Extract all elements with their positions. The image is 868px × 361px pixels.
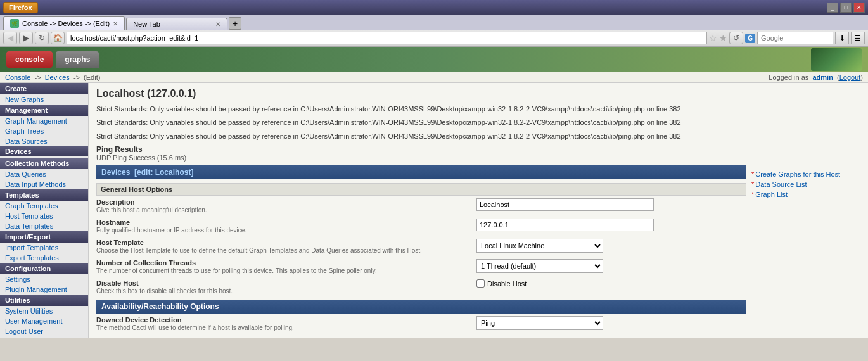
create-header: Create [0, 83, 88, 94]
downed-detection-select[interactable]: Ping SNMP Ping or SNMP [476, 316, 603, 330]
disable-host-hint: Check this box to disable all checks for… [96, 288, 233, 294]
disable-host-row: Disable Host Check this box to disable a… [96, 279, 746, 294]
devices-section-bar: Devices [edit: Localhost] [96, 165, 746, 179]
breadcrumb: Console -> Devices -> (Edit) [5, 73, 100, 81]
logged-in-info: Logged in as admin (Logout) [769, 73, 863, 81]
management-header: Management [0, 104, 88, 116]
sidebar-item-data-input-methods[interactable]: Data Input Methods [0, 179, 88, 189]
sidebar-item-graph-management[interactable]: Graph Management [0, 116, 88, 126]
bookmark-icon[interactable]: ☆ [709, 33, 717, 43]
refresh-icon[interactable]: ↺ [729, 32, 743, 44]
sidebar-item-import-templates[interactable]: Import Templates [0, 243, 88, 253]
firefox-button[interactable]: Firefox [3, 2, 38, 13]
maximize-button[interactable]: □ [840, 3, 852, 13]
main-content: Localhost (127.0.0.1) Strict Standards: … [89, 83, 868, 338]
ping-results-title: Ping Results [96, 145, 860, 154]
section-title: Devices [101, 168, 130, 177]
create-graphs-link[interactable]: Create Graphs for this Host [751, 170, 855, 178]
page-title: Localhost (127.0.0.1) [96, 88, 860, 99]
host-template-row: Host Template Choose the Host Template t… [96, 239, 746, 254]
availability-bar: Availability/Reachability Options [96, 300, 746, 314]
sidebar-item-data-queries[interactable]: Data Queries [0, 169, 88, 179]
sidebar-item-settings[interactable]: Settings [0, 274, 88, 284]
breadcrumb-console[interactable]: Console [5, 73, 30, 81]
minimize-button[interactable]: _ [827, 3, 838, 13]
collection-threads-hint: The number of concurrent threads to use … [96, 267, 377, 274]
sidebar-item-logout-user[interactable]: Logout User [0, 326, 88, 336]
tab2-close-icon[interactable]: ✕ [215, 21, 220, 28]
hostname-row: Hostname Fully qualified hostname or IP … [96, 218, 746, 234]
warning-3: Strict Standards: Only variables should … [96, 132, 860, 141]
host-template-hint: Choose the Host Template to use to defin… [96, 247, 422, 254]
graph-list-link[interactable]: Graph List [751, 191, 855, 198]
import-export-header: Import/Export [0, 231, 88, 243]
breadcrumb-bar: Console -> Devices -> (Edit) Logged in a… [0, 72, 868, 83]
collection-threads-row: Number of Collection Threads The number … [96, 259, 746, 274]
downed-detection-row: Downed Device Detection The method Cacti… [96, 316, 746, 331]
sidebar-item-new-graphs[interactable]: New Graphs [0, 94, 88, 104]
right-panel: Create Graphs for this Host Data Source … [746, 165, 860, 336]
warning-1: Strict Standards: Only variables should … [96, 104, 860, 114]
sidebar-item-graph-templates[interactable]: Graph Templates [0, 201, 88, 211]
search-input[interactable] [757, 32, 833, 44]
new-tab-button[interactable]: + [229, 17, 241, 30]
tab-close-icon[interactable]: ✕ [113, 20, 118, 27]
disable-host-checkbox-label: Disable Host [487, 280, 527, 288]
sidebar-item-graph-trees[interactable]: Graph Trees [0, 126, 88, 136]
configuration-header: Configuration [0, 263, 88, 274]
back-button[interactable]: ◀ [3, 32, 17, 44]
downed-detection-hint: The method Cacti will use to determine i… [96, 324, 294, 331]
sidebar-item-devices[interactable]: Devices [0, 146, 88, 156]
sidebar: Create New Graphs Management Graph Manag… [0, 83, 89, 338]
home-button[interactable]: 🏠 [51, 32, 65, 44]
sidebar-item-plugin-management[interactable]: Plugin Management [0, 284, 88, 294]
utilities-header: Utilities [0, 294, 88, 306]
active-tab[interactable]: 🌿 Console -> Devices -> (Edit) ✕ [3, 16, 125, 30]
google-icon: G [745, 34, 755, 43]
breadcrumb-current: (Edit) [84, 73, 100, 81]
inactive-tab-label: New Tab [133, 20, 160, 28]
disable-host-checkbox[interactable] [476, 279, 485, 288]
description-input[interactable] [476, 198, 654, 211]
description-label: Description [96, 198, 476, 206]
disable-host-label: Disable Host [96, 279, 476, 287]
section-subtitle: [edit: Localhost] [134, 168, 193, 177]
logout-link[interactable]: Logout [839, 73, 861, 81]
hostname-input[interactable] [476, 218, 654, 231]
sidebar-item-data-templates[interactable]: Data Templates [0, 221, 88, 231]
sidebar-item-system-utilities[interactable]: System Utilities [0, 306, 88, 316]
host-template-select[interactable]: Local Linux Machine Generic SNMP-enabled… [476, 239, 603, 253]
ping-results: Ping Results UDP Ping Success (15.6 ms) [96, 145, 860, 162]
general-host-options-header: General Host Options [96, 183, 746, 196]
bookmark2-icon[interactable]: ★ [719, 33, 727, 43]
inactive-tab[interactable]: New Tab ✕ [126, 18, 227, 30]
bookmarks-button[interactable]: ☰ [851, 32, 865, 44]
sidebar-item-export-templates[interactable]: Export Templates [0, 253, 88, 263]
sidebar-item-data-sources[interactable]: Data Sources [0, 136, 88, 146]
templates-header: Templates [0, 189, 88, 201]
downed-detection-label: Downed Device Detection [96, 316, 476, 324]
logged-in-user: admin [812, 73, 833, 81]
close-button[interactable]: ✕ [853, 3, 865, 13]
active-tab-label: Console -> Devices -> (Edit) [22, 20, 110, 27]
downloads-button[interactable]: ⬇ [835, 32, 849, 44]
data-source-list-link[interactable]: Data Source List [751, 180, 855, 188]
warning-2: Strict Standards: Only variables should … [96, 118, 860, 127]
forward-button[interactable]: ▶ [19, 32, 33, 44]
hostname-hint: Fully qualified hostname or IP address f… [96, 227, 246, 234]
sidebar-item-host-templates[interactable]: Host Templates [0, 211, 88, 221]
reload-button[interactable]: ↻ [35, 32, 49, 44]
app-header: console graphs [0, 47, 868, 72]
app-logo [811, 48, 862, 71]
breadcrumb-devices[interactable]: Devices [45, 73, 70, 81]
ping-results-value: UDP Ping Success (15.6 ms) [96, 154, 860, 162]
description-row: Description Give this host a meaningful … [96, 198, 746, 213]
graphs-button[interactable]: graphs [56, 51, 99, 68]
hostname-label: Hostname [96, 218, 476, 226]
collection-threads-label: Number of Collection Threads [96, 259, 476, 267]
console-button[interactable]: console [6, 51, 53, 68]
collection-threads-select[interactable]: 1 Thread (default) 2 Threads 4 Threads [476, 259, 603, 273]
address-bar[interactable] [67, 32, 707, 44]
host-template-label: Host Template [96, 239, 476, 246]
sidebar-item-user-management[interactable]: User Management [0, 316, 88, 326]
